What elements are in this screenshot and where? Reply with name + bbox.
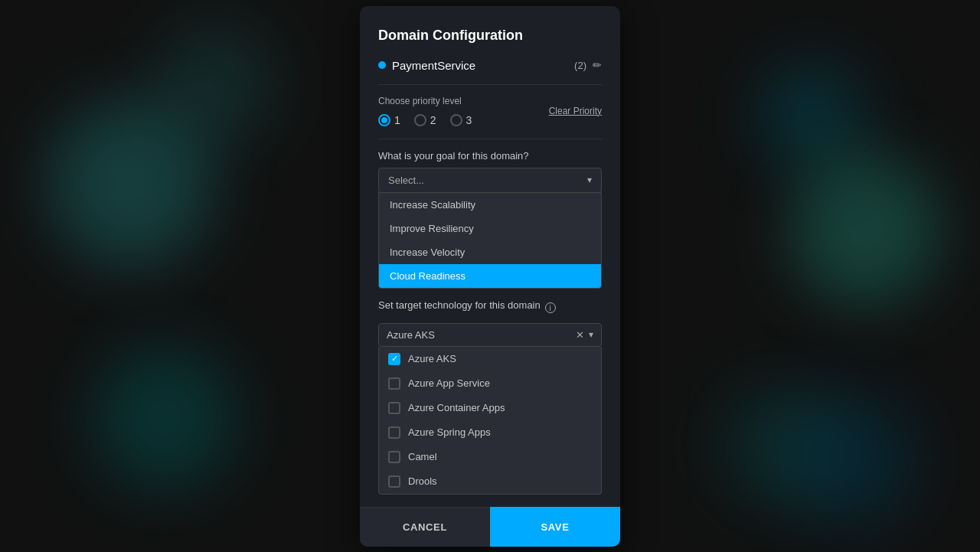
chevron-down-icon: ▾ [587, 175, 592, 185]
modal-footer: CANCEL SAVE [360, 507, 620, 547]
goal-label: What is your goal for this domain? [378, 150, 602, 162]
modal-title: Domain Configuration [378, 28, 602, 44]
checkbox-spring-apps[interactable] [388, 426, 400, 439]
tech-item-app-service[interactable]: Azure App Service [379, 371, 601, 396]
tech-current-value: Azure AKS [387, 329, 435, 341]
divider [378, 84, 602, 85]
tech-label-aks: Azure AKS [408, 353, 456, 364]
tech-select[interactable]: Azure AKS ✕ ▾ [378, 323, 602, 347]
tech-dropdown: ✓ Azure AKS Azure App Service Azure Cont… [378, 347, 602, 495]
cancel-button[interactable]: CANCEL [360, 507, 490, 547]
priority-row: Choose priority level 1 2 3 [378, 96, 602, 126]
goal-placeholder: Select... [388, 175, 424, 186]
priority-option-3[interactable]: 3 [450, 114, 472, 126]
priority-option-2[interactable]: 2 [414, 114, 436, 126]
service-name-wrap: PaymentService [378, 59, 475, 72]
radio-3-outer [450, 114, 462, 126]
info-icon[interactable]: i [545, 302, 556, 313]
tech-item-camel[interactable]: Camel [379, 445, 601, 469]
checkbox-camel[interactable] [388, 451, 400, 463]
priority-2-label: 2 [430, 114, 436, 126]
goal-section: What is your goal for this domain? Selec… [378, 150, 602, 289]
clear-priority-button[interactable]: Clear Priority [549, 106, 602, 116]
checkbox-aks[interactable]: ✓ [388, 353, 400, 365]
priority-options: 1 2 3 [378, 114, 472, 126]
checkbox-container-apps[interactable] [388, 402, 400, 414]
checkmark-aks: ✓ [391, 354, 398, 363]
target-label-row: Set target technology for this domain i [378, 299, 602, 317]
goal-item-resiliency[interactable]: Improve Resiliency [379, 217, 601, 240]
tech-label-drools: Drools [408, 475, 437, 487]
radio-1-inner [381, 117, 387, 123]
radio-1-outer [378, 114, 390, 126]
goal-item-cloud[interactable]: Cloud Readiness [379, 264, 601, 288]
goal-select[interactable]: Select... ▾ [378, 168, 602, 193]
target-label: Set target technology for this domain [378, 299, 541, 311]
divider-2 [378, 139, 602, 139]
tech-label-camel: Camel [408, 451, 437, 462]
target-section: Set target technology for this domain i … [378, 299, 602, 495]
priority-1-label: 1 [394, 114, 400, 126]
radio-2-outer [414, 114, 426, 126]
save-button[interactable]: SAVE [490, 507, 620, 547]
tech-item-aks[interactable]: ✓ Azure AKS [379, 347, 601, 371]
service-meta: (2) ✏ [574, 59, 602, 71]
domain-config-modal: Domain Configuration PaymentService (2) … [360, 6, 620, 547]
checkbox-app-service[interactable] [388, 377, 400, 390]
tech-label-container-apps: Azure Container Apps [408, 402, 505, 413]
tech-select-actions: ✕ ▾ [576, 329, 593, 341]
chevron-down-tech-icon: ▾ [589, 329, 593, 340]
service-row: PaymentService (2) ✏ [378, 59, 602, 72]
tech-label-spring-apps: Azure Spring Apps [408, 426, 491, 438]
service-count: (2) [574, 60, 586, 71]
goal-dropdown: Increase Scalability Improve Resiliency … [378, 192, 602, 289]
tech-item-container-apps[interactable]: Azure Container Apps [379, 396, 601, 420]
checkbox-drools[interactable] [388, 475, 400, 488]
priority-option-1[interactable]: 1 [378, 114, 400, 126]
priority-3-label: 3 [466, 114, 472, 126]
goal-item-velocity[interactable]: Increase Velocity [379, 240, 601, 264]
service-name: PaymentService [392, 59, 475, 72]
priority-left: Choose priority level 1 2 3 [378, 96, 472, 126]
tech-item-spring-apps[interactable]: Azure Spring Apps [379, 420, 601, 445]
priority-label: Choose priority level [378, 96, 472, 106]
service-status-dot [378, 61, 386, 69]
goal-item-scalability[interactable]: Increase Scalability [379, 193, 601, 217]
tech-label-app-service: Azure App Service [408, 377, 490, 389]
tech-item-drools[interactable]: Drools [379, 469, 601, 494]
edit-icon[interactable]: ✏ [593, 59, 602, 71]
clear-tech-icon[interactable]: ✕ [576, 329, 584, 341]
tech-select-left: Azure AKS [387, 329, 435, 341]
